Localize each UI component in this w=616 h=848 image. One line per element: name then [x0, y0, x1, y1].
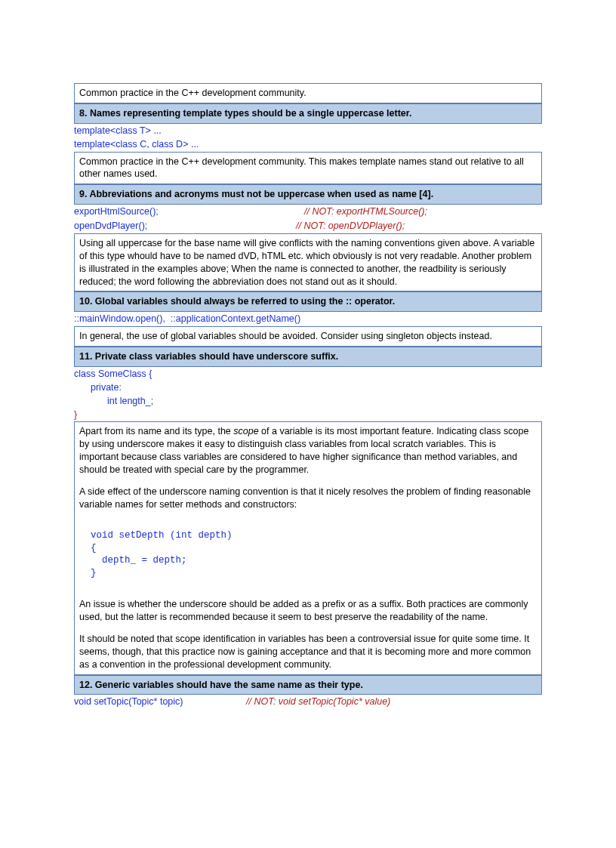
rule-9-not-1: // NOT: exportHTMLSource();	[304, 205, 542, 218]
rule-11-code-line-1: class SomeClass {	[74, 368, 542, 381]
rule-10-body: In general, the use of global variables …	[74, 326, 542, 347]
rule-8-code-line-1: template<class T> ...	[74, 125, 542, 137]
rule-11-heading: 11. Private class variables should have …	[74, 347, 542, 367]
rule-11-inner-code-1: void setDepth (int depth)	[79, 529, 537, 542]
rule-11-p2: A side effect of the underscore naming c…	[79, 486, 537, 511]
rule-11-p1: Apart from its name and its type, the sc…	[79, 425, 537, 476]
rule-8-heading: 8. Names representing template types sho…	[74, 103, 542, 124]
rule-9-code-row-2: openDvdPlayer(); // NOT: openDVDPlayer()…	[74, 219, 542, 233]
rule-11-body: Apart from its name and its type, the sc…	[74, 421, 542, 674]
rule-9-code-row-1: exportHtmlSource(); // NOT: exportHTMLSo…	[74, 205, 542, 219]
rule-12-code: void setTopic(Topic* topic)	[74, 695, 246, 708]
rule-12-code-row: void setTopic(Topic* topic) // NOT: void…	[74, 695, 542, 709]
rule-7-body: Common practice in the C++ development c…	[74, 83, 542, 103]
rule-9-body: Using all uppercase for the base name wi…	[74, 233, 542, 292]
rule-11-p3: An issue is whether the underscore shoul…	[79, 598, 537, 624]
rule-9-code-1: exportHtmlSource();	[74, 205, 304, 218]
rule-11-code-line-2: private:	[74, 381, 542, 394]
rule-9-code-2: openDvdPlayer();	[74, 220, 304, 233]
rule-11-inner-code-3: depth_ = depth;	[79, 554, 537, 567]
rule-11-p1-scope: scope	[233, 426, 258, 436]
rule-8-body: Common practice in the C++ development c…	[74, 152, 542, 185]
rule-11-code-line-4: }	[74, 409, 542, 421]
rule-9-heading: 9. Abbreviations and acronyms must not b…	[74, 184, 542, 205]
rule-9-not-2: // NOT: openDVDPlayer();	[296, 220, 542, 233]
rule-11-p1a: Apart from its name and its type, the	[79, 426, 233, 436]
rule-11-p4: It should be noted that scope identifica…	[79, 633, 537, 671]
rule-11-code-line-3: int length_;	[74, 395, 542, 408]
rule-12-heading: 12. Generic variables should have the sa…	[74, 675, 542, 695]
rule-11-inner-code-2: {	[79, 542, 537, 555]
rule-11-inner-code-4: }	[79, 567, 537, 580]
rule-10-heading: 10. Global variables should always be re…	[74, 291, 542, 312]
rule-12-not: // NOT: void setTopic(Topic* value)	[246, 695, 390, 708]
rule-10-code: ::mainWindow.open(), ::applicationContex…	[74, 313, 542, 325]
document-page: Common practice in the C++ development c…	[0, 0, 616, 739]
rule-8-code-line-2: template<class C, class D> ...	[74, 138, 542, 151]
